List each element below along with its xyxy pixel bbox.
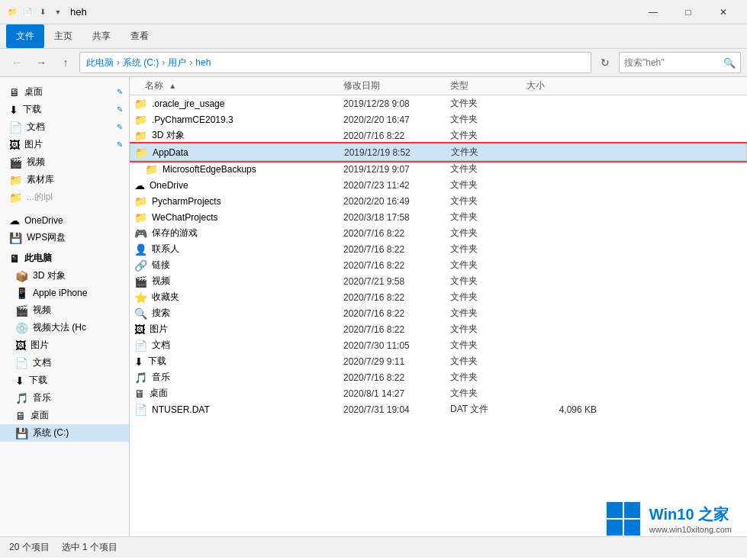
maximize-button[interactable]: □	[671, 0, 706, 24]
file-name: 音乐	[152, 371, 170, 384]
file-date: 2020/7/16 8:22	[343, 228, 450, 239]
minimize-button[interactable]: —	[636, 0, 671, 24]
table-row[interactable]: 🖼 图片 2020/7/16 8:22 文件夹	[130, 321, 747, 337]
sidebar-item-media[interactable]: 📁 素材库	[0, 171, 129, 188]
file-name: 搜索	[152, 307, 170, 320]
tab-home[interactable]: 主页	[44, 24, 82, 48]
table-row[interactable]: 📁 MicrosoftEdgeBackups 2019/12/19 9:07 文…	[130, 161, 747, 177]
table-row[interactable]: 📁 WeChatProjects 2020/3/18 17:58 文件夹	[130, 209, 747, 225]
sidebar-item-c[interactable]: 💾 系统 (C:)	[0, 424, 129, 442]
col-size-header[interactable]: 大小	[526, 79, 603, 92]
table-row[interactable]: ☁ OneDrive 2020/7/23 11:42 文件夹	[130, 177, 747, 193]
crumb-thispc[interactable]: 此电脑	[86, 56, 114, 69]
up-button[interactable]: ↑	[55, 52, 76, 73]
sidebar-item-pics2[interactable]: 🖼 图片	[0, 336, 129, 354]
table-row[interactable]: 🔍 搜索 2020/7/16 8:22 文件夹	[130, 305, 747, 321]
file-type-label: 文件夹	[450, 195, 526, 208]
sidebar-item-videos2[interactable]: 🎬 视频	[0, 301, 129, 319]
table-row[interactable]: ⭐ 收藏夹 2020/7/16 8:22 文件夹	[130, 289, 747, 305]
back-button[interactable]: ←	[6, 52, 27, 73]
file-name-cell: 📁 3D 对象	[130, 129, 343, 142]
file-name-cell: 📁 PycharmProjects	[130, 195, 343, 208]
sidebar-item-desktop2[interactable]: 🖥 桌面	[0, 407, 129, 424]
file-type-icon: 📁	[134, 195, 147, 208]
sidebar-item-docs[interactable]: 📄 文档 ✎	[0, 118, 129, 136]
file-date: 2020/7/23 11:42	[343, 180, 450, 191]
table-row[interactable]: 🖥 桌面 2020/8/1 14:27 文件夹	[130, 385, 747, 401]
table-row[interactable]: 🎵 音乐 2020/7/16 8:22 文件夹	[130, 369, 747, 385]
col-type-header[interactable]: 类型	[450, 79, 526, 92]
sidebar-item-desktop[interactable]: 🖥 桌面 ✎	[0, 83, 129, 101]
docs-icon: 📄	[9, 121, 22, 134]
table-row[interactable]: 🎮 保存的游戏 2020/7/16 8:22 文件夹	[130, 225, 747, 241]
crumb-users[interactable]: 用户	[168, 56, 186, 69]
column-header[interactable]: 名称 ▲ 修改日期 类型 大小	[130, 77, 747, 95]
address-box[interactable]: 此电脑 › 系统 (C:) › 用户 › heh	[79, 52, 591, 73]
sidebar-item-onedrive[interactable]: ☁ OneDrive	[0, 212, 129, 229]
file-type-label: 文件夹	[450, 323, 526, 336]
search-box[interactable]: 🔍	[619, 52, 741, 73]
sidebar-item-videodafa[interactable]: 💿 视频大法 (Hc	[0, 319, 129, 336]
file-type-label: 文件夹	[450, 179, 526, 191]
sidebar-item-blurred[interactable]: 📁 ...的ipl	[0, 188, 129, 206]
file-name: 联系人	[152, 243, 179, 256]
file-type-icon: 📁	[134, 130, 147, 142]
file-name-cell: 🖼 图片	[130, 323, 343, 336]
table-row[interactable]: 📁 3D 对象 2020/7/16 8:22 文件夹	[130, 127, 747, 143]
sidebar-item-wps[interactable]: 💾 WPS网盘	[0, 229, 129, 246]
sidebar-item-docs2[interactable]: 📄 文档	[0, 354, 129, 372]
file-type-label: 文件夹	[450, 307, 526, 320]
wps-icon: 💾	[9, 232, 22, 244]
dl2-icon: ⬇	[15, 375, 24, 387]
file-name: MicrosoftEdgeBackups	[163, 164, 256, 175]
file-date: 2020/7/16 8:22	[343, 324, 450, 335]
sidebar-item-pictures[interactable]: 🖼 图片 ✎	[0, 136, 129, 153]
table-row[interactable]: 📁 PycharmProjects 2020/2/20 16:49 文件夹	[130, 193, 747, 209]
file-type-label: 文件夹	[450, 113, 526, 126]
sidebar-item-3d[interactable]: 📦 3D 对象	[0, 267, 129, 285]
crumb-heh[interactable]: heh	[195, 57, 211, 68]
crumb-c[interactable]: 系统 (C:)	[123, 56, 159, 69]
file-type-icon: ☁	[134, 179, 145, 191]
table-row[interactable]: 📄 NTUSER.DAT 2020/7/31 19:04 DAT 文件 4,09…	[130, 401, 747, 417]
file-type-label: 文件夹	[450, 371, 526, 384]
refresh-button[interactable]: ↻	[594, 52, 616, 73]
sidebar-item-thispc[interactable]: 🖥 此电脑	[0, 249, 129, 267]
file-type-icon: 📄	[134, 340, 147, 352]
table-row[interactable]: ⬇ 下载 2020/7/29 9:11 文件夹	[130, 353, 747, 369]
search-input[interactable]	[624, 57, 720, 68]
c-drive-icon: 💾	[15, 427, 28, 439]
tab-file[interactable]: 文件	[6, 24, 44, 48]
table-row[interactable]: 📁 AppData 2019/12/19 8:52 文件夹	[130, 143, 747, 161]
forward-button[interactable]: →	[31, 52, 52, 73]
file-type-label: 文件夹	[450, 387, 526, 400]
media-icon: 📁	[9, 174, 22, 186]
sidebar-item-downloads[interactable]: ⬇ 下载 ✎	[0, 101, 129, 118]
close-button[interactable]: ✕	[706, 0, 741, 24]
col-name-header[interactable]: 名称 ▲	[130, 79, 343, 92]
file-name-cell: 🔍 搜索	[130, 307, 343, 320]
videodafa-icon: 💿	[15, 322, 28, 334]
file-date: 2020/8/1 14:27	[343, 388, 450, 399]
table-row[interactable]: 📁 .PyCharmCE2019.3 2020/2/20 16:47 文件夹	[130, 111, 747, 127]
sidebar-item-iphone[interactable]: 📱 Apple iPhone	[0, 285, 129, 301]
sidebar-item-dl2[interactable]: ⬇ 下载	[0, 372, 129, 389]
title-bar-controls: — □ ✕	[636, 0, 741, 24]
col-date-header[interactable]: 修改日期	[343, 79, 450, 92]
file-name-cell: 🎬 视频	[130, 275, 343, 288]
table-row[interactable]: 👤 联系人 2020/7/16 8:22 文件夹	[130, 241, 747, 257]
file-name-cell: ⭐ 收藏夹	[130, 291, 343, 304]
sidebar-item-videos[interactable]: 🎬 视频	[0, 153, 129, 171]
table-row[interactable]: 📁 .oracle_jre_usage 2019/12/28 9:08 文件夹	[130, 95, 747, 111]
file-name: PycharmProjects	[152, 196, 221, 207]
table-row[interactable]: 🔗 链接 2020/7/16 8:22 文件夹	[130, 257, 747, 273]
watermark: Win10 之家 www.win10xitong.com	[605, 500, 732, 537]
table-row[interactable]: 🎬 视频 2020/7/21 9:58 文件夹	[130, 273, 747, 289]
file-name-cell: 🎮 保存的游戏	[130, 227, 343, 240]
file-size: 4,096 KB	[526, 404, 603, 415]
tab-view[interactable]: 查看	[121, 24, 159, 48]
table-row[interactable]: 📄 文档 2020/7/30 11:05 文件夹	[130, 337, 747, 353]
tab-share[interactable]: 共享	[82, 24, 121, 48]
file-name: 链接	[152, 259, 170, 272]
sidebar-item-music[interactable]: 🎵 音乐	[0, 389, 129, 407]
